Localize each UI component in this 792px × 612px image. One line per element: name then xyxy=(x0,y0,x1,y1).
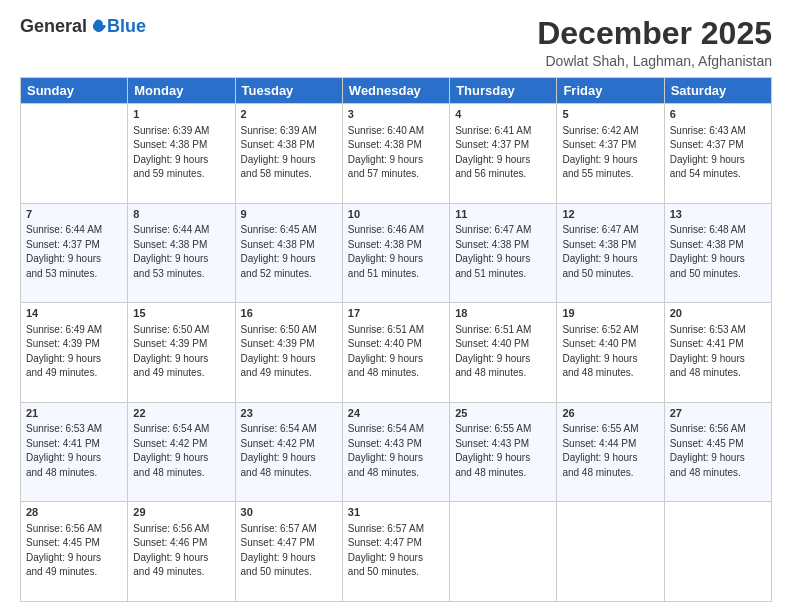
day-number: 2 xyxy=(241,107,337,122)
calendar-cell xyxy=(664,502,771,602)
day-number: 10 xyxy=(348,207,444,222)
calendar-cell: 2Sunrise: 6:39 AMSunset: 4:38 PMDaylight… xyxy=(235,104,342,204)
calendar-cell: 25Sunrise: 6:55 AMSunset: 4:43 PMDayligh… xyxy=(450,402,557,502)
day-info: Sunrise: 6:46 AMSunset: 4:38 PMDaylight:… xyxy=(348,223,444,281)
calendar-cell: 16Sunrise: 6:50 AMSunset: 4:39 PMDayligh… xyxy=(235,303,342,403)
calendar-cell: 18Sunrise: 6:51 AMSunset: 4:40 PMDayligh… xyxy=(450,303,557,403)
day-number: 13 xyxy=(670,207,766,222)
day-number: 16 xyxy=(241,306,337,321)
day-info: Sunrise: 6:50 AMSunset: 4:39 PMDaylight:… xyxy=(133,323,229,381)
day-number: 18 xyxy=(455,306,551,321)
calendar-week-row: 21Sunrise: 6:53 AMSunset: 4:41 PMDayligh… xyxy=(21,402,772,502)
day-info: Sunrise: 6:43 AMSunset: 4:37 PMDaylight:… xyxy=(670,124,766,182)
day-number: 23 xyxy=(241,406,337,421)
day-info: Sunrise: 6:47 AMSunset: 4:38 PMDaylight:… xyxy=(455,223,551,281)
calendar-cell xyxy=(557,502,664,602)
day-info: Sunrise: 6:51 AMSunset: 4:40 PMDaylight:… xyxy=(348,323,444,381)
day-info: Sunrise: 6:48 AMSunset: 4:38 PMDaylight:… xyxy=(670,223,766,281)
day-info: Sunrise: 6:42 AMSunset: 4:37 PMDaylight:… xyxy=(562,124,658,182)
day-info: Sunrise: 6:47 AMSunset: 4:38 PMDaylight:… xyxy=(562,223,658,281)
day-number: 15 xyxy=(133,306,229,321)
calendar-cell: 24Sunrise: 6:54 AMSunset: 4:43 PMDayligh… xyxy=(342,402,449,502)
day-info: Sunrise: 6:56 AMSunset: 4:45 PMDaylight:… xyxy=(670,422,766,480)
day-info: Sunrise: 6:39 AMSunset: 4:38 PMDaylight:… xyxy=(241,124,337,182)
day-info: Sunrise: 6:39 AMSunset: 4:38 PMDaylight:… xyxy=(133,124,229,182)
day-info: Sunrise: 6:57 AMSunset: 4:47 PMDaylight:… xyxy=(241,522,337,580)
calendar-cell: 7Sunrise: 6:44 AMSunset: 4:37 PMDaylight… xyxy=(21,203,128,303)
day-number: 20 xyxy=(670,306,766,321)
title-section: December 2025 Dowlat Shah, Laghman, Afgh… xyxy=(537,16,772,69)
day-info: Sunrise: 6:51 AMSunset: 4:40 PMDaylight:… xyxy=(455,323,551,381)
day-number: 6 xyxy=(670,107,766,122)
logo: General Blue xyxy=(20,16,146,37)
day-number: 4 xyxy=(455,107,551,122)
calendar-cell: 4Sunrise: 6:41 AMSunset: 4:37 PMDaylight… xyxy=(450,104,557,204)
calendar-cell: 23Sunrise: 6:54 AMSunset: 4:42 PMDayligh… xyxy=(235,402,342,502)
day-number: 5 xyxy=(562,107,658,122)
day-number: 11 xyxy=(455,207,551,222)
calendar-cell: 29Sunrise: 6:56 AMSunset: 4:46 PMDayligh… xyxy=(128,502,235,602)
calendar-cell: 14Sunrise: 6:49 AMSunset: 4:39 PMDayligh… xyxy=(21,303,128,403)
column-header-thursday: Thursday xyxy=(450,78,557,104)
day-number: 21 xyxy=(26,406,122,421)
day-number: 25 xyxy=(455,406,551,421)
day-info: Sunrise: 6:40 AMSunset: 4:38 PMDaylight:… xyxy=(348,124,444,182)
logo-blue-text: Blue xyxy=(107,16,146,37)
month-year-title: December 2025 xyxy=(537,16,772,51)
column-header-saturday: Saturday xyxy=(664,78,771,104)
calendar-table: SundayMondayTuesdayWednesdayThursdayFrid… xyxy=(20,77,772,602)
day-number: 30 xyxy=(241,505,337,520)
day-number: 29 xyxy=(133,505,229,520)
calendar-cell: 3Sunrise: 6:40 AMSunset: 4:38 PMDaylight… xyxy=(342,104,449,204)
day-number: 22 xyxy=(133,406,229,421)
calendar-week-row: 14Sunrise: 6:49 AMSunset: 4:39 PMDayligh… xyxy=(21,303,772,403)
calendar-cell: 6Sunrise: 6:43 AMSunset: 4:37 PMDaylight… xyxy=(664,104,771,204)
header: General Blue December 2025 Dowlat Shah, … xyxy=(20,16,772,69)
day-number: 7 xyxy=(26,207,122,222)
calendar-cell: 15Sunrise: 6:50 AMSunset: 4:39 PMDayligh… xyxy=(128,303,235,403)
column-header-friday: Friday xyxy=(557,78,664,104)
calendar-cell: 17Sunrise: 6:51 AMSunset: 4:40 PMDayligh… xyxy=(342,303,449,403)
calendar-week-row: 1Sunrise: 6:39 AMSunset: 4:38 PMDaylight… xyxy=(21,104,772,204)
day-info: Sunrise: 6:52 AMSunset: 4:40 PMDaylight:… xyxy=(562,323,658,381)
column-header-tuesday: Tuesday xyxy=(235,78,342,104)
calendar-cell: 5Sunrise: 6:42 AMSunset: 4:37 PMDaylight… xyxy=(557,104,664,204)
calendar-cell: 22Sunrise: 6:54 AMSunset: 4:42 PMDayligh… xyxy=(128,402,235,502)
calendar-cell: 20Sunrise: 6:53 AMSunset: 4:41 PMDayligh… xyxy=(664,303,771,403)
calendar-cell: 19Sunrise: 6:52 AMSunset: 4:40 PMDayligh… xyxy=(557,303,664,403)
day-number: 31 xyxy=(348,505,444,520)
day-number: 19 xyxy=(562,306,658,321)
page: General Blue December 2025 Dowlat Shah, … xyxy=(0,0,792,612)
column-header-wednesday: Wednesday xyxy=(342,78,449,104)
calendar-cell: 30Sunrise: 6:57 AMSunset: 4:47 PMDayligh… xyxy=(235,502,342,602)
calendar-cell: 12Sunrise: 6:47 AMSunset: 4:38 PMDayligh… xyxy=(557,203,664,303)
day-number: 24 xyxy=(348,406,444,421)
day-number: 28 xyxy=(26,505,122,520)
calendar-cell: 1Sunrise: 6:39 AMSunset: 4:38 PMDaylight… xyxy=(128,104,235,204)
day-number: 26 xyxy=(562,406,658,421)
logo-general-text: General xyxy=(20,16,87,37)
location-text: Dowlat Shah, Laghman, Afghanistan xyxy=(537,53,772,69)
calendar-week-row: 7Sunrise: 6:44 AMSunset: 4:37 PMDaylight… xyxy=(21,203,772,303)
day-info: Sunrise: 6:44 AMSunset: 4:37 PMDaylight:… xyxy=(26,223,122,281)
day-info: Sunrise: 6:55 AMSunset: 4:44 PMDaylight:… xyxy=(562,422,658,480)
day-info: Sunrise: 6:56 AMSunset: 4:45 PMDaylight:… xyxy=(26,522,122,580)
calendar-cell: 9Sunrise: 6:45 AMSunset: 4:38 PMDaylight… xyxy=(235,203,342,303)
day-number: 14 xyxy=(26,306,122,321)
day-number: 8 xyxy=(133,207,229,222)
day-info: Sunrise: 6:44 AMSunset: 4:38 PMDaylight:… xyxy=(133,223,229,281)
day-number: 3 xyxy=(348,107,444,122)
calendar-cell: 27Sunrise: 6:56 AMSunset: 4:45 PMDayligh… xyxy=(664,402,771,502)
calendar-cell: 28Sunrise: 6:56 AMSunset: 4:45 PMDayligh… xyxy=(21,502,128,602)
day-number: 17 xyxy=(348,306,444,321)
day-info: Sunrise: 6:54 AMSunset: 4:43 PMDaylight:… xyxy=(348,422,444,480)
day-number: 1 xyxy=(133,107,229,122)
calendar-cell: 11Sunrise: 6:47 AMSunset: 4:38 PMDayligh… xyxy=(450,203,557,303)
calendar-cell: 31Sunrise: 6:57 AMSunset: 4:47 PMDayligh… xyxy=(342,502,449,602)
column-header-monday: Monday xyxy=(128,78,235,104)
calendar-cell: 8Sunrise: 6:44 AMSunset: 4:38 PMDaylight… xyxy=(128,203,235,303)
day-info: Sunrise: 6:56 AMSunset: 4:46 PMDaylight:… xyxy=(133,522,229,580)
day-info: Sunrise: 6:45 AMSunset: 4:38 PMDaylight:… xyxy=(241,223,337,281)
day-info: Sunrise: 6:53 AMSunset: 4:41 PMDaylight:… xyxy=(670,323,766,381)
calendar-header-row: SundayMondayTuesdayWednesdayThursdayFrid… xyxy=(21,78,772,104)
